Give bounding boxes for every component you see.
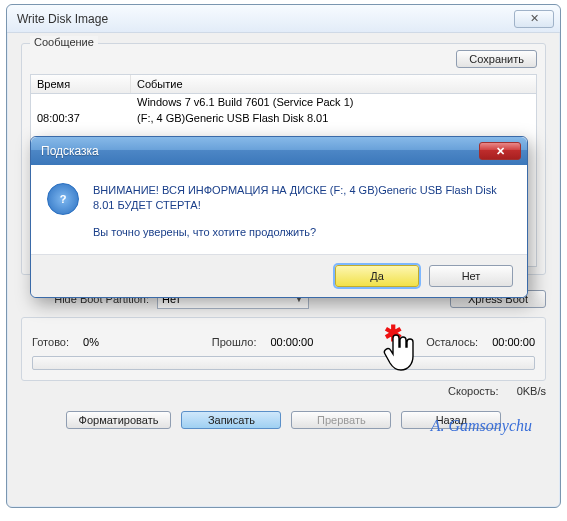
no-button[interactable]: Нет <box>429 265 513 287</box>
messages-legend: Сообщение <box>30 36 98 48</box>
question-icon: ? <box>47 183 79 215</box>
yes-button[interactable]: Да <box>335 265 419 287</box>
format-button[interactable]: Форматировать <box>66 411 172 429</box>
close-icon: ✕ <box>530 12 539 25</box>
window-title: Write Disk Image <box>13 12 514 26</box>
col-event-header[interactable]: Событие <box>131 75 536 93</box>
elapsed-label: Прошло: <box>212 336 257 348</box>
close-icon: ✕ <box>496 145 505 158</box>
speed-value: 0KB/s <box>517 385 546 397</box>
dialog-close-button[interactable]: ✕ <box>479 142 521 160</box>
table-row[interactable]: 08:00:37 (F:, 4 GB)Generic USB Flash Dis… <box>31 110 536 126</box>
cell-event: (F:, 4 GB)Generic USB Flash Disk 8.01 <box>131 110 536 126</box>
cell-time: 08:00:37 <box>31 110 131 126</box>
write-button[interactable]: Записать <box>181 411 281 429</box>
status-row: Скорость: 0KB/s <box>21 385 546 397</box>
table-row[interactable]: Windows 7 v6.1 Build 7601 (Service Pack … <box>31 94 536 110</box>
dialog-question: Вы точно уверены, что хотите продолжить? <box>93 225 511 240</box>
cell-event: Windows 7 v6.1 Build 7601 (Service Pack … <box>131 94 536 110</box>
remain-value: 00:00:00 <box>492 336 535 348</box>
speed-label: Скорость: <box>448 385 499 397</box>
col-time-header[interactable]: Время <box>31 75 131 93</box>
ready-label: Готово: <box>32 336 69 348</box>
confirm-dialog: Подсказка ✕ ? ВНИМАНИЕ! ВСЯ ИНФОРМАЦИЯ Н… <box>30 136 528 298</box>
dialog-warning: ВНИМАНИЕ! ВСЯ ИНФОРМАЦИЯ НА ДИСКЕ (F:, 4… <box>93 183 511 213</box>
save-log-button[interactable]: Сохранить <box>456 50 537 68</box>
dialog-title: Подсказка <box>37 144 479 158</box>
title-bar[interactable]: Write Disk Image ✕ <box>7 5 560 33</box>
elapsed-value: 00:00:00 <box>270 336 313 348</box>
remain-label: Осталось: <box>426 336 478 348</box>
progress-bar <box>32 356 535 370</box>
dialog-title-bar[interactable]: Подсказка ✕ <box>31 137 527 165</box>
question-glyph: ? <box>60 193 67 205</box>
log-header: Время Событие <box>31 75 536 94</box>
dialog-footer: Да Нет <box>31 254 527 297</box>
window-close-button[interactable]: ✕ <box>514 10 554 28</box>
abort-button[interactable]: Прервать <box>291 411 391 429</box>
progress-panel: Готово: 0% Прошло: 00:00:00 Осталось: 00… <box>21 317 546 381</box>
watermark: A. Gamsonychu <box>431 417 532 435</box>
cell-time <box>31 94 131 110</box>
dialog-text: ВНИМАНИЕ! ВСЯ ИНФОРМАЦИЯ НА ДИСКЕ (F:, 4… <box>93 183 511 240</box>
ready-value: 0% <box>83 336 99 348</box>
